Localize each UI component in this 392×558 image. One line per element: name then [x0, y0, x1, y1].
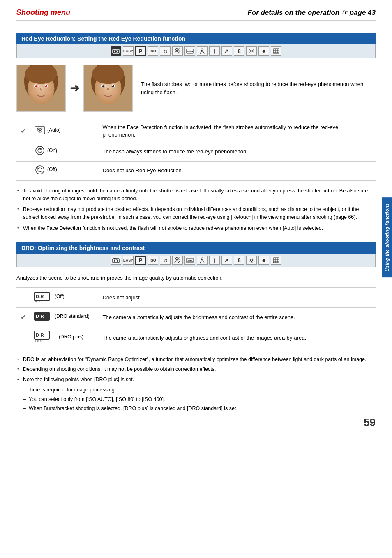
- svg-point-55: [178, 258, 180, 259]
- svg-point-27: [45, 90, 52, 95]
- dro-mode-icon-p: P: [135, 256, 146, 265]
- svg-text:Plus: Plus: [35, 339, 42, 343]
- table-row: OFF (Off) Does not use Red Eye Reduction…: [16, 161, 376, 180]
- page-number: 59: [364, 416, 376, 429]
- note-item: Depending on shooting conditions, it may…: [16, 366, 376, 373]
- option-auto-description: When the Face Detection function is acti…: [96, 120, 376, 142]
- note-item: Note the following points when [DRO plus…: [16, 376, 376, 384]
- shooting-menu-title: Shooting menu: [16, 8, 70, 17]
- svg-text:D-R: D-R: [36, 314, 44, 319]
- dro-off-description: Does not adjust.: [96, 288, 376, 308]
- svg-point-26: [30, 90, 37, 95]
- check-cell: ✔: [16, 120, 30, 142]
- table-row: D-R OFF (Off) Does not adjust.: [16, 288, 376, 308]
- svg-point-9: [251, 50, 253, 52]
- dro-standard-icon-cell: D-R (DRO standard): [30, 308, 96, 327]
- svg-point-7: [201, 49, 203, 51]
- mode-icon-easy: EASY: [123, 46, 134, 56]
- svg-text:OFF: OFF: [35, 299, 42, 302]
- svg-text:D-R: D-R: [36, 294, 44, 299]
- dro-mode-icon-8: 8: [234, 256, 244, 265]
- dro-mode-icon-bracket: ): [209, 256, 220, 265]
- photo-pair: ➜: [16, 65, 133, 112]
- svg-point-42: [39, 129, 41, 131]
- red-eye-notes: To avoid blurring of images, hold the ca…: [16, 187, 376, 232]
- dro-mode-icon-grid: [271, 256, 281, 265]
- dro-check-empty2: [16, 327, 30, 349]
- mode-icon-arrow: ↗: [221, 46, 232, 56]
- check-cell-empty2: [16, 161, 30, 180]
- side-tab: Using the shooting functions: [382, 197, 392, 277]
- svg-rect-62: [273, 258, 279, 263]
- photo-after: [83, 65, 133, 112]
- mode-icon-people: [172, 46, 183, 56]
- dro-section-title: DRO: Optimizing the brightness and contr…: [16, 242, 376, 254]
- svg-point-60: [251, 259, 253, 261]
- table-row: ON (On) The flash always strobes to redu…: [16, 142, 376, 161]
- svg-point-36: [111, 85, 114, 88]
- red-eye-section-title: Red Eye Reduction: Setting the Red Eye R…: [16, 33, 376, 44]
- dro-standard-description: The camera automatically adjusts the bri…: [96, 308, 376, 327]
- option-on-icon: ON (On): [34, 146, 57, 155]
- svg-text:↗: ↗: [224, 48, 228, 54]
- svg-point-21: [35, 85, 38, 88]
- svg-point-4: [178, 49, 180, 50]
- red-eye-options-table: ✔ (Auto) When the Face Detection functi: [16, 120, 376, 181]
- option-auto-icon: (Auto): [34, 125, 61, 135]
- table-row: D-R Plus (DRO plus) The camera automatic…: [16, 327, 376, 349]
- mode-icon-p: P: [135, 46, 146, 56]
- svg-text:D-R: D-R: [36, 333, 44, 338]
- svg-rect-11: [273, 49, 279, 53]
- dro-options-table: D-R OFF (Off) Does not adjust. ✔ D-R: [16, 287, 376, 349]
- dro-off-option-icon: D-R OFF (Off): [34, 291, 65, 302]
- sub-note-item: Time is required for image processing.: [16, 386, 376, 394]
- svg-point-33: [102, 85, 105, 88]
- table-row: ✔ D-R (DRO standard) The camera automati…: [16, 308, 376, 327]
- mode-icon-iso: ISO: [148, 46, 158, 56]
- dro-mode-icon-easy: EASY: [123, 256, 134, 265]
- mode-icon-person: [197, 46, 208, 56]
- dro-mode-icon-circle: ◎: [160, 256, 171, 265]
- option-on-icon-cell: ON (On): [30, 142, 96, 161]
- mode-icon-circle: ◎: [160, 46, 171, 56]
- svg-point-61: [249, 258, 254, 262]
- dro-plus-icon-cell: D-R Plus (DRO plus): [30, 327, 96, 349]
- option-off-description: Does not use Red Eye Reduction.: [96, 161, 376, 180]
- red-eye-section: Red Eye Reduction: Setting the Red Eye R…: [16, 33, 376, 232]
- svg-point-39: [112, 90, 119, 95]
- before-after-arrow: ➜: [70, 81, 79, 95]
- dro-check-empty1: [16, 288, 30, 308]
- option-on-description: The flash always strobes to reduce the r…: [96, 142, 376, 161]
- dro-mode-icons-bar: EASY P ISO ◎: [16, 254, 376, 267]
- mode-icon-camera: [111, 46, 121, 56]
- dro-check-cell: ✔: [16, 308, 30, 327]
- mode-icon-gear: [246, 46, 257, 56]
- dro-mode-icon-camera: [111, 256, 121, 265]
- check-cell-empty: [16, 142, 30, 161]
- option-off-icon: OFF (Off): [34, 165, 57, 175]
- page-header: Shooting menu For details on the operati…: [16, 8, 376, 21]
- dro-standard-option-icon: D-R (DRO standard): [34, 311, 90, 322]
- dro-mode-icon-landscape: [184, 256, 195, 265]
- dro-mode-icon-people: [172, 256, 183, 265]
- svg-rect-2: [114, 49, 116, 50]
- red-eye-mode-icons-bar: EASY P ISO ◎: [16, 44, 376, 58]
- dro-plus-option-icon: D-R Plus (DRO plus): [34, 331, 83, 343]
- option-off-icon-cell: OFF (Off): [30, 161, 96, 180]
- mode-icon-dot: ●: [258, 46, 269, 56]
- mode-icon-bracket: ): [209, 46, 220, 56]
- svg-point-1: [115, 50, 118, 53]
- dro-section: DRO: Optimizing the brightness and contr…: [16, 242, 376, 413]
- note-item: Red-eye reduction may not produce the de…: [16, 206, 376, 221]
- mode-icon-grid: [271, 46, 281, 56]
- dro-mode-icon-dot: ●: [258, 256, 269, 265]
- note-item: When the Face Detection function is not …: [16, 225, 376, 232]
- sub-note-item: You can select only from [ISO AUTO], [IS…: [16, 396, 376, 403]
- red-eye-content: ➜: [16, 65, 376, 112]
- photo-before: [16, 65, 66, 112]
- note-item: To avoid blurring of images, hold the ca…: [16, 187, 376, 203]
- dro-off-icon-cell: D-R OFF (Off): [30, 288, 96, 308]
- svg-point-58: [201, 258, 203, 260]
- svg-rect-53: [114, 258, 116, 259]
- svg-point-10: [249, 49, 254, 53]
